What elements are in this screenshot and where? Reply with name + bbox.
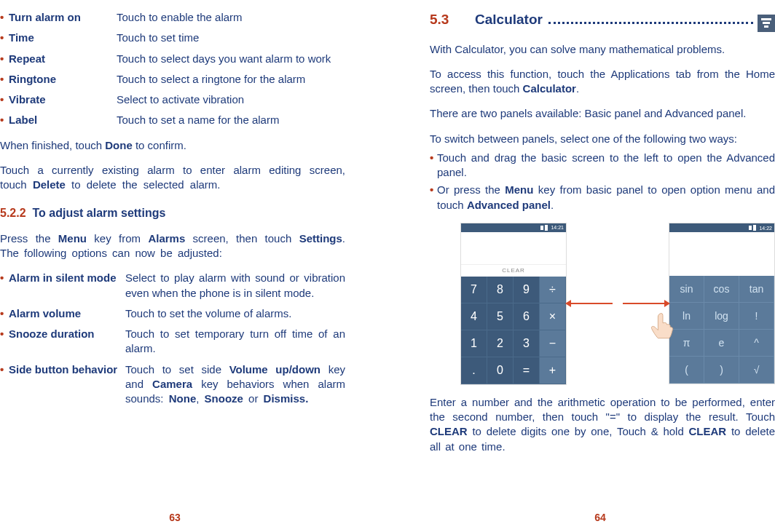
txt-bold: Menu [58, 232, 87, 245]
subsection-heading: 5.2.2 To adjust alarm settings [0, 205, 345, 221]
page-number: 63 [0, 511, 369, 525]
bullet-dot: • [430, 151, 437, 180]
txt: to delete the selected alarm. [66, 178, 221, 191]
calc-key: 6 [514, 303, 540, 330]
figure-row: 14:21 CLEAR 789÷456×123−.0=+ 14:22 [460, 223, 775, 385]
bullet-dot: • [0, 362, 9, 377]
section-title: Calculator [475, 10, 543, 29]
setting-desc: Touch to set the volume of alarms. [125, 306, 345, 321]
bullet-dot: • [0, 113, 9, 127]
paragraph: There are two panels available: Basic pa… [430, 106, 775, 121]
finished-line: When finished, touch Done to confirm. [0, 138, 345, 153]
list-text: Or press the Menu key from basic panel t… [437, 183, 775, 213]
txt-bold: Settings [299, 232, 342, 245]
calc-key: 9 [514, 277, 540, 303]
dot-leader [548, 21, 753, 24]
adv-key: ) [704, 357, 739, 384]
option-desc: Touch to enable the alarm [117, 10, 345, 25]
option-desc: Select to activate vibration [117, 92, 345, 107]
alarm-option-row: •VibrateSelect to activate vibration [0, 92, 345, 107]
adv-key: sin [669, 276, 704, 303]
alarm-option-row: •TimeTouch to set time [0, 31, 345, 45]
calc-key: 5 [487, 303, 514, 330]
bullet-dot: • [0, 31, 9, 45]
txt: screen, then touch [185, 232, 299, 245]
paragraph: To switch between panels, select one of … [430, 132, 775, 146]
calculator-icon [758, 15, 775, 32]
calc-display [461, 232, 566, 264]
clock-time: 14:22 [759, 225, 772, 231]
setting-row: •Alarm in silent modeSelect to play alar… [0, 271, 345, 301]
setting-desc: Touch to set side Volume up/down key and… [125, 362, 345, 407]
paragraph: Enter a number and the arithmetic operat… [430, 395, 775, 454]
txt: Press the [0, 232, 58, 245]
calc-display [669, 232, 774, 276]
clock-time: 14:21 [551, 224, 564, 231]
bullet-dot: • [0, 72, 9, 87]
alarm-option-row: •Turn alarm onTouch to enable the alarm [0, 10, 345, 25]
setting-term: Side button behavior [9, 362, 125, 377]
adv-key: ! [739, 303, 774, 330]
basic-calculator-screenshot: 14:21 CLEAR 789÷456×123−.0=+ [460, 223, 567, 385]
option-term: Label [9, 113, 117, 127]
txt-bold: Alarms [148, 232, 185, 245]
calc-key: 2 [487, 330, 514, 357]
calc-keypad: 789÷456×123−.0=+ [461, 277, 566, 384]
calc-key: 1 [461, 330, 487, 357]
calc-key: ÷ [540, 277, 566, 303]
option-desc: Touch to select days you want alarm to w… [117, 52, 345, 66]
bullet-dot: • [0, 306, 9, 321]
page-left: •Turn alarm onTouch to enable the alarm•… [0, 10, 388, 525]
adv-key: ^ [739, 330, 774, 357]
list-text: Touch and drag the basic screen to the l… [437, 151, 775, 180]
adv-key: tan [739, 276, 774, 303]
calc-key: = [514, 357, 540, 384]
settings-intro: Press the Menu key from Alarms screen, t… [0, 231, 345, 261]
swipe-arrows [567, 303, 669, 304]
option-term: Ringtone [9, 72, 117, 87]
bullet-dot: • [0, 327, 9, 341]
clear-button-label: CLEAR [461, 264, 566, 277]
option-desc: Touch to set time [117, 31, 345, 45]
heading-num: 5.2.2 [0, 207, 26, 219]
setting-row-side: • Side button behavior Touch to set side… [0, 362, 345, 407]
calc-key: 3 [514, 330, 540, 357]
calc-key: 8 [487, 277, 514, 303]
setting-row: •Snooze durationTouch to set temporary t… [0, 327, 345, 357]
edit-line: Touch a currently existing alarm to ente… [0, 163, 345, 193]
page-right: 5.3 Calculator With Calculator, you can … [388, 10, 775, 525]
adv-key: log [704, 303, 739, 330]
calc-key: 7 [461, 277, 487, 303]
setting-term: Alarm in silent mode [9, 271, 125, 285]
option-term: Turn alarm on [9, 10, 117, 25]
alarm-option-row: •LabelTouch to set a name for the alarm [0, 113, 345, 127]
txt: to confirm. [133, 139, 186, 151]
list-item: • Or press the Menu key from basic panel… [430, 183, 775, 213]
calc-key: 0 [487, 357, 514, 384]
bullet-dot: • [0, 52, 9, 66]
alarm-option-row: •RingtoneTouch to select a ringtone for … [0, 72, 345, 87]
setting-desc: Touch to set temporary turn off time of … [125, 327, 345, 357]
heading-title: To adjust alarm settings [32, 207, 165, 219]
setting-term: Alarm volume [9, 306, 125, 321]
option-desc: Touch to set a name for the alarm [117, 113, 345, 127]
bullet-dot: • [0, 92, 9, 107]
bullet-dot: • [0, 271, 9, 285]
arrow-left-icon [567, 303, 613, 304]
bullet-dot: • [430, 183, 437, 213]
section-heading-row: 5.3 Calculator [430, 10, 775, 32]
option-term: Time [9, 31, 117, 45]
calc-key: + [540, 357, 566, 384]
hand-icon [647, 309, 679, 341]
advanced-calculator-screenshot: 14:22 sincostanlnlog!πe^()√ [669, 223, 775, 384]
option-term: Vibrate [9, 92, 117, 107]
adv-key: ( [669, 357, 704, 384]
calc-key: × [540, 303, 566, 330]
adv-keypad: sincostanlnlog!πe^()√ [669, 276, 774, 384]
calc-key: − [540, 330, 566, 357]
setting-desc: Select to play alarm with sound or vibra… [125, 271, 345, 301]
page-number: 64 [406, 511, 775, 525]
option-term: Repeat [9, 52, 117, 66]
adv-key: e [704, 330, 739, 357]
txt: When finished, touch [0, 139, 105, 151]
